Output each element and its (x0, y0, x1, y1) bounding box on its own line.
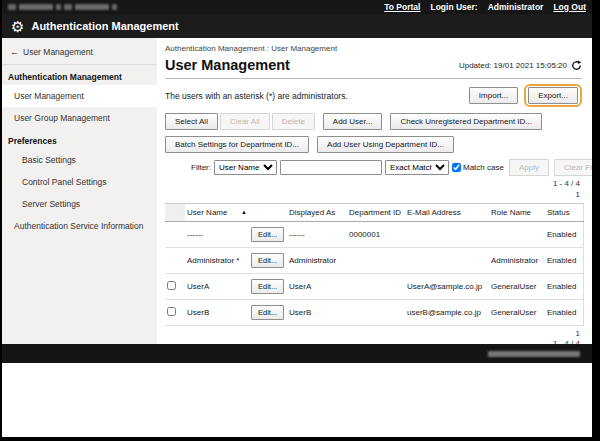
filter-label: Filter: (191, 163, 211, 172)
viewport-empty-area (2, 363, 592, 437)
table-row: UserA Edit... UserA UserA@sample.co.jp G… (165, 273, 583, 299)
cell-role-name: GeneralUser (489, 299, 545, 325)
sidebar-section-authentication-management: Authentication Management (2, 65, 157, 85)
sort-asc-icon: ▲ (241, 209, 247, 215)
note-row: The users with an asterisk (*) are admin… (165, 84, 582, 107)
action-buttons-row-1: Select All Clear All Delete Add User... … (165, 113, 582, 130)
pagination-page-number[interactable]: 1 (165, 190, 580, 201)
cell-user-name: ------ (185, 221, 249, 247)
cell-displayed-as: Administrator (287, 247, 347, 273)
cell-status: Enabled (545, 221, 583, 247)
edit-button[interactable]: Edit... (251, 305, 284, 320)
back-arrow-icon: ← (10, 47, 19, 57)
device-name-redacted (8, 4, 117, 10)
header-user-name[interactable]: User Name▲ (185, 203, 249, 221)
filter-match-select[interactable]: Exact Match (385, 160, 449, 175)
cell-department-id (347, 273, 405, 299)
clear-all-button: Clear All (220, 113, 270, 130)
row-checkbox[interactable] (167, 281, 176, 290)
filter-row: Filter: User Name Exact Match Match case… (191, 159, 582, 176)
log-out-link[interactable]: Log Out (553, 2, 586, 12)
login-user-name: Administrator (488, 2, 544, 12)
refresh-icon[interactable] (571, 60, 582, 71)
cell-department-id (347, 299, 405, 325)
delete-button: Delete (272, 113, 315, 130)
import-export-group: Import... Export... (469, 84, 582, 107)
sidebar-item-basic-settings[interactable]: Basic Settings (2, 149, 157, 171)
table-row: ------ Edit... ------ 0000001 Enabled (165, 221, 583, 247)
add-user-button[interactable]: Add User... (323, 113, 383, 130)
table-header-row: User Name▲ Displayed As Department ID E-… (165, 203, 583, 221)
check-unregistered-department-id-button[interactable]: Check Unregistered Department ID... (390, 113, 542, 130)
cell-status: Enabled (545, 273, 583, 299)
import-button[interactable]: Import... (469, 87, 518, 104)
row-checkbox[interactable] (167, 307, 176, 316)
edit-button[interactable]: Edit... (251, 253, 284, 268)
cell-user-name: Administrator * (185, 247, 249, 273)
filter-text-input[interactable] (280, 160, 382, 175)
breadcrumb: Authentication Management : User Managem… (165, 44, 582, 53)
sidebar-item-user-management[interactable]: User Management (2, 85, 157, 107)
apply-button: Apply (509, 159, 549, 176)
cell-email: UserA@sample.co.jp (405, 273, 489, 299)
cell-department-id: 0000001 (347, 221, 405, 247)
sidebar-item-control-panel-settings[interactable]: Control Panel Settings (2, 171, 157, 193)
pagination-bottom: 1 1 - 4 / 4 (165, 329, 582, 344)
add-user-using-department-id-button[interactable]: Add User Using Department ID... (317, 136, 454, 153)
pagination-range: 1 - 4 / 4 (165, 179, 580, 190)
header-role-name: Role Name (489, 203, 545, 221)
browser-page: To Portal Login User: Administrator Log … (2, 0, 592, 437)
cell-user-name: UserA (185, 273, 249, 299)
header-status: Status (545, 203, 583, 221)
table-row: Administrator * Edit... Administrator Ad… (165, 247, 583, 273)
export-highlight-ring: Export... (524, 84, 582, 107)
cell-email (405, 247, 489, 273)
updated-timestamp: Updated: 19/01 2021 15:05:20 (459, 60, 582, 71)
cell-email (405, 221, 489, 247)
top-bar: To Portal Login User: Administrator Log … (2, 0, 592, 14)
action-buttons-row-2: Batch Settings for Department ID... Add … (165, 136, 582, 153)
login-user-label: Login User: (430, 2, 477, 12)
header-checkbox-column (165, 203, 185, 221)
pagination-page-number[interactable]: 1 (165, 329, 580, 340)
cell-displayed-as: UserA (287, 273, 347, 299)
gear-icon: ⚙ (11, 19, 24, 34)
header-email: E-Mail Address (405, 203, 489, 221)
sidebar-item-user-group-management[interactable]: User Group Management (2, 107, 157, 129)
table-row: UserB Edit... UserB userB@sample.co.jp G… (165, 299, 583, 325)
app-bar: ⚙ Authentication Management (2, 14, 592, 38)
cell-displayed-as: ------ (287, 221, 347, 247)
filter-field-select[interactable]: User Name (214, 160, 277, 175)
app-title: Authentication Management (31, 20, 178, 32)
select-all-button[interactable]: Select All (165, 113, 218, 130)
copyright-redacted (488, 351, 580, 357)
sidebar-item-server-settings[interactable]: Server Settings (2, 193, 157, 215)
header-department-id: Department ID (347, 203, 405, 221)
sidebar-section-preferences: Preferences (2, 129, 157, 149)
page-title: User Management (165, 57, 290, 73)
sidebar-back-user-management[interactable]: ← User Management (2, 40, 157, 65)
main-panel: Authentication Management : User Managem… (157, 38, 592, 344)
export-button[interactable]: Export... (528, 87, 578, 104)
match-case-wrap: Match case (452, 163, 504, 172)
batch-settings-department-id-button[interactable]: Batch Settings for Department ID... (165, 136, 309, 153)
cell-email: userB@sample.co.jp (405, 299, 489, 325)
cell-department-id (347, 247, 405, 273)
cell-role-name: GeneralUser (489, 273, 545, 299)
match-case-label: Match case (463, 163, 504, 172)
to-portal-link[interactable]: To Portal (384, 2, 420, 12)
edit-button[interactable]: Edit... (251, 227, 284, 242)
footer-bar (2, 344, 592, 363)
sidebar-item-authentication-service-information[interactable]: Authentication Service Information (2, 215, 157, 237)
sidebar: ← User Management Authentication Managem… (2, 38, 157, 344)
edit-button[interactable]: Edit... (251, 279, 284, 294)
clear-filter-button: Clear Filter (554, 159, 592, 176)
content-body: ← User Management Authentication Managem… (2, 38, 592, 344)
cell-displayed-as: UserB (287, 299, 347, 325)
match-case-checkbox[interactable] (452, 163, 461, 172)
header-edit-column (249, 203, 287, 221)
cell-status: Enabled (545, 299, 583, 325)
title-row: User Management Updated: 19/01 2021 15:0… (165, 53, 582, 79)
header-displayed-as: Displayed As (287, 203, 347, 221)
cell-role-name: Administrator (489, 247, 545, 273)
